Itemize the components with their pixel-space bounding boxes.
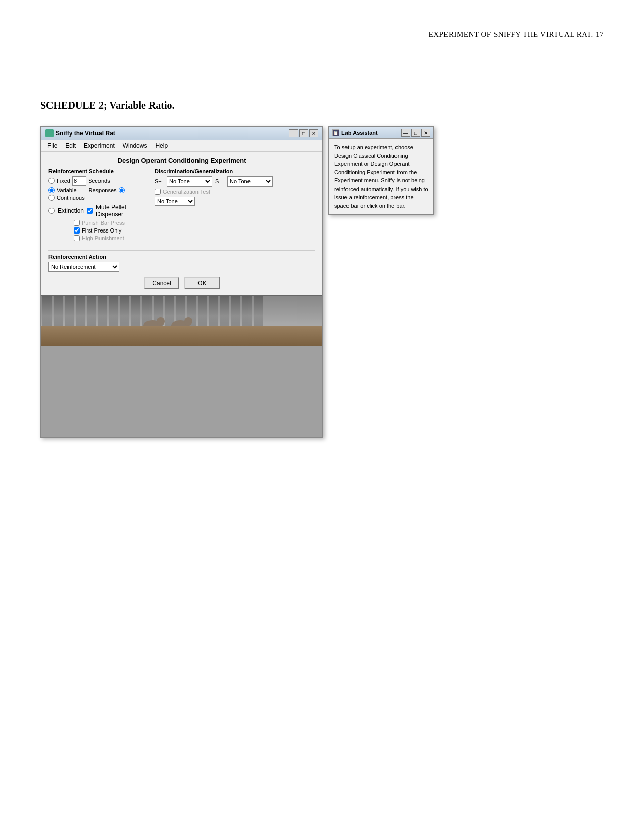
responses-radio[interactable] [119,187,125,193]
sp-row: S+ No Tone S- No Tone [155,176,315,187]
app-titlebar: Sniffy the Virtual Rat — □ ✕ [41,127,322,140]
menu-help[interactable]: Help [151,141,172,150]
mute-pellet-checkbox[interactable] [87,208,93,214]
dialog-area: Design Operant Conditioning Experiment R… [41,152,322,295]
col-reinforcement: Reinforcement Schedule Fixed Seconds Var… [48,168,150,243]
first-press-checkbox[interactable] [74,227,80,234]
app-icon [45,129,54,137]
lab-close-button[interactable]: ✕ [421,129,430,137]
punish-bar-label: Punish Bar Press [82,220,125,226]
reinforcement-section: Reinforcement Action No Reinforcement [48,250,315,272]
lab-title-left: 📋 Lab Assistant [332,129,378,136]
seconds-label: Seconds [88,178,110,184]
high-punishment-checkbox[interactable] [74,235,80,241]
col-discrimination: Discrimination/Generalization S+ No Tone… [150,168,315,243]
reinf-action-dropdown[interactable]: No Reinforcement [48,262,119,272]
ok-button[interactable]: OK [184,277,220,289]
restore-button[interactable]: □ [299,129,308,137]
punish-bar-row: Punish Bar Press [74,220,150,226]
lab-title: Lab Assistant [341,130,378,136]
app-title: Sniffy the Virtual Rat [56,130,115,137]
gen-test-checkbox[interactable] [155,189,161,195]
lab-window-controls: — □ ✕ [401,129,430,137]
page-number: EXPERIMENT OF SNIFFY THE VIRTUAL RAT. 17 [429,30,604,39]
dialog-buttons: Cancel OK [48,277,315,289]
svg-point-1 [157,317,165,326]
variable-row: Variable Responses [48,187,150,193]
lab-content: To setup an experiment, choose Design Cl… [329,139,433,214]
svg-point-4 [184,317,192,326]
lab-restore-button[interactable]: □ [411,129,420,137]
lab-icon: 📋 [332,129,339,136]
close-button[interactable]: ✕ [309,129,318,137]
sp-minus-dropdown[interactable]: No Tone [227,176,273,187]
lab-minimize-button[interactable]: — [401,129,410,137]
dialog-columns: Reinforcement Schedule Fixed Seconds Var… [48,168,315,243]
page: EXPERIMENT OF SNIFFY THE VIRTUAL RAT. 17… [0,0,644,834]
continuous-label: Continuous [57,195,85,201]
gen-test-row: Generalization Test [155,189,315,195]
app-window: Sniffy the Virtual Rat — □ ✕ File Edit E… [40,126,323,438]
high-punishment-label: High Punishment [82,235,124,241]
variable-radio[interactable] [48,187,55,193]
grey-area [41,346,322,437]
menu-windows[interactable]: Windows [119,141,152,150]
page-header: EXPERIMENT OF SNIFFY THE VIRTUAL RAT. 17 [40,30,604,39]
menu-edit[interactable]: Edit [61,141,80,150]
title-left: Sniffy the Virtual Rat [45,129,115,137]
reinf-sched-label: Reinforcement Schedule [48,168,150,174]
first-press-row: First Press Only [74,227,150,234]
sp-minus-label: S- [215,178,224,184]
fixed-radio[interactable] [48,178,55,184]
continuous-row: Continuous [48,195,150,201]
lab-titlebar: 📋 Lab Assistant — □ ✕ [329,127,433,139]
reinf-action-label: Reinforcement Action [48,254,315,260]
dialog-separator [48,246,315,246]
page-title: SCHEDULE 2; Variable Ratio. [40,100,604,111]
variable-label: Variable [57,187,77,193]
cage-area [41,295,322,346]
sp-plus-dropdown[interactable]: No Tone [167,176,212,187]
fixed-label: Fixed [57,178,70,184]
fixed-row: Fixed Seconds [48,176,150,186]
menubar: File Edit Experiment Windows Help [41,140,322,152]
mute-pellet-label: Mute Pellet Dispenser [96,204,150,218]
reinf-dropdown-row: No Reinforcement [48,262,315,272]
extinction-radio[interactable] [48,208,55,214]
responses-label: Responses [89,187,117,193]
menu-experiment[interactable]: Experiment [80,141,119,150]
dialog-title: Design Operant Conditioning Experiment [48,157,315,164]
gen-test-label: Generalization Test [163,189,210,195]
high-punishment-row: High Punishment [74,235,150,241]
first-press-label: First Press Only [82,227,121,234]
continuous-radio[interactable] [48,195,55,201]
schedule-value-input[interactable] [72,176,86,186]
minimize-button[interactable]: — [289,129,298,137]
cancel-button[interactable]: Cancel [144,277,179,289]
menu-file[interactable]: File [43,141,61,150]
no-tone-small-row: No Tone [155,197,315,206]
cage-bottom [41,326,322,346]
extinction-row: Extinction Mute Pellet Dispenser [48,204,150,218]
sp-plus-label: S+ [155,178,164,184]
lab-assistant-window: 📋 Lab Assistant — □ ✕ To setup an experi… [328,126,434,215]
window-controls: — □ ✕ [289,129,318,137]
windows-wrapper: Sniffy the Virtual Rat — □ ✕ File Edit E… [40,126,604,438]
extinction-label: Extinction [58,207,84,214]
disc-gen-label: Discrimination/Generalization [155,168,315,174]
punish-bar-checkbox[interactable] [74,220,80,226]
no-tone-small-dropdown[interactable]: No Tone [155,197,195,206]
